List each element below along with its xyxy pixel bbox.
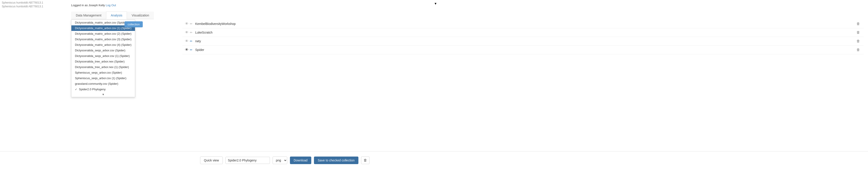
tree-line-1: Spheniscus humboldti AB776013.1 <box>2 1 43 5</box>
chevron-container: ▼ <box>434 2 437 5</box>
collection-icons-spider: 👁 ✏ <box>185 48 192 52</box>
pencil-icon-luke[interactable]: ✏ <box>190 31 192 34</box>
dropdown-item-6[interactable]: Dictyoceratida_seqs_arbor.csv (Spider) <box>71 48 135 53</box>
login-text: Logged in as Joseph Kelly <box>71 4 105 7</box>
collection-name-kembel: KembelBiodiversityWorkshop <box>195 22 853 26</box>
collection-item-luke: 👁 ✏ LukeScratch 🗑 <box>182 28 864 37</box>
dropdown-item-3[interactable]: Dictyoceratida_matrix_arbor.csv (2) (Spi… <box>71 31 135 36</box>
tab-analysis[interactable]: Analysis <box>106 11 127 19</box>
dropdown-item-5[interactable]: Dictyoceratida_matrix_arbor.csv (4) (Spi… <box>71 42 135 48</box>
pencil-icon-kembel[interactable]: ✏ <box>190 22 192 26</box>
delete-luke-button[interactable]: 🗑 <box>856 30 861 35</box>
collection-name-rwty: rwty <box>195 39 853 43</box>
collection-icons-rwty: 👁 ✏ <box>185 39 192 43</box>
save-to-collection-button[interactable]: Save to checked collection <box>314 157 359 164</box>
dropdown-container: Dictyoceratida_matrix_arbor.csv (Spider)… <box>71 20 135 97</box>
download-button[interactable]: Download <box>290 157 311 164</box>
pencil-icon-rwty[interactable]: ✏ <box>190 39 192 43</box>
pencil-icon-spider[interactable]: ✏ <box>190 48 192 52</box>
view-collection-button[interactable]: collection <box>125 21 143 27</box>
tab-visualization[interactable]: Visualization <box>127 11 154 19</box>
quick-view-button[interactable]: Quick view <box>200 157 223 164</box>
collection-name-spider: Spider <box>195 48 853 52</box>
eye-icon-kembel[interactable]: 👁 <box>185 22 189 26</box>
delete-spider-button[interactable]: 🗑 <box>856 47 861 52</box>
collection-icons-luke: 👁 ✏ <box>185 30 192 34</box>
collection-name-luke: LukeScratch <box>195 31 853 34</box>
collections-panel: 👁 ✏ KembelBiodiversityWorkshop 🗑 👁 ✏ Luk… <box>178 20 868 54</box>
dropdown-item-7[interactable]: Dictyoceratida_seqs_arbor.csv (1) (Spide… <box>71 53 135 59</box>
dropdown-item-11[interactable]: Spheniscus_seqs_arbor.csv (1) (Spider) <box>71 75 135 81</box>
delete-item-button[interactable]: 🗑 <box>361 157 370 164</box>
delete-kembel-button[interactable]: 🗑 <box>856 21 861 26</box>
dropdown-item-12[interactable]: grassland.community.csv (Spider) <box>71 81 135 86</box>
tab-data-management[interactable]: Data Management <box>71 11 106 19</box>
eye-icon-spider[interactable]: 👁 <box>185 48 189 52</box>
dropdown-item-13[interactable]: Spider2.0 Phylogeny <box>71 86 135 92</box>
tab-bar: Data Management Analysis Visualization <box>71 11 154 19</box>
collection-item-kembel: 👁 ✏ KembelBiodiversityWorkshop 🗑 <box>182 20 864 28</box>
dropdown-item-9[interactable]: Dictyoceratida_tree_arbor.nex (1) (Spide… <box>71 64 135 70</box>
delete-rwty-button[interactable]: 🗑 <box>856 39 861 44</box>
dropdown-item-8[interactable]: Dictyoceratida_tree_arbor.nex (Spider) <box>71 59 135 64</box>
dropdown-chevron-icon[interactable]: ▼ <box>71 92 135 97</box>
collection-icons-kembel: 👁 ✏ <box>185 22 192 26</box>
dropdown-item-10[interactable]: Spheniscus_seqs_arbor.csv (Spider) <box>71 70 135 75</box>
chevron-down-icon[interactable]: ▼ <box>434 2 437 5</box>
dropdown-item-4[interactable]: Dictyoceratida_matrix_arbor.csv (3) (Spi… <box>71 36 135 42</box>
tree-line-2: Spheniscus humboldti AB776013.1 <box>2 5 43 8</box>
item-name-input[interactable] <box>225 157 270 164</box>
tree-text-area: Spheniscus humboldti AB776013.1 Sphenisc… <box>0 0 45 9</box>
login-bar: Logged in as Joseph Kelly Log Out <box>71 4 116 7</box>
format-select[interactable]: png svg pdf <box>273 157 287 164</box>
bottom-toolbar: Quick view png svg pdf Download Save to … <box>0 151 868 169</box>
eye-icon-rwty[interactable]: 👁 <box>185 39 189 43</box>
collection-item-spider: 👁 ✏ Spider 🗑 <box>182 46 864 54</box>
logout-link[interactable]: Log Out <box>105 4 116 7</box>
collection-item-rwty: 👁 ✏ rwty 🗑 <box>182 37 864 46</box>
eye-icon-luke[interactable]: 👁 <box>185 30 189 34</box>
main-container: Spheniscus humboldti AB776013.1 Sphenisc… <box>0 0 868 169</box>
